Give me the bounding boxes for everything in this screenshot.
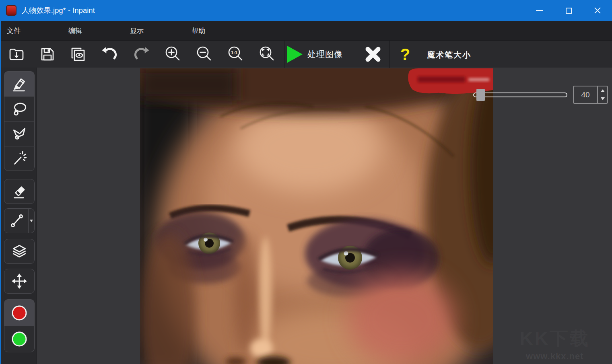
save-floppy-icon <box>39 45 56 63</box>
undo-arrow-icon <box>100 45 119 63</box>
site-watermark-brand: KK下载 <box>520 326 590 351</box>
minimize-button[interactable] <box>525 0 554 21</box>
tool-red-mask[interactable] <box>4 299 35 326</box>
zoom-fit-button[interactable] <box>257 44 277 64</box>
portrait-photo <box>140 68 493 364</box>
magic-pen-size-input[interactable]: 40 <box>573 86 598 104</box>
green-play-icon <box>287 46 303 63</box>
magic-pen-size-label: 魔术笔大小 <box>427 49 471 60</box>
menu-edit[interactable]: 编辑 <box>64 22 87 39</box>
green-circle-icon <box>10 330 28 348</box>
menu-file[interactable]: 文件 <box>2 22 25 39</box>
marker-pen-icon <box>11 76 28 93</box>
tool-eraser[interactable] <box>4 179 35 204</box>
tool-polygon-lasso[interactable] <box>4 121 35 146</box>
menubar: 文件 编辑 显示 帮助 <box>0 21 612 40</box>
open-button[interactable] <box>6 44 27 64</box>
menu-help[interactable]: 帮助 <box>187 22 210 39</box>
magnifier-fit-icon <box>258 45 276 64</box>
yellow-question-icon: ? <box>400 46 410 62</box>
redo-button[interactable] <box>132 44 152 64</box>
layers-icon <box>11 243 28 260</box>
zoom-in-button[interactable] <box>163 44 183 64</box>
preview-compare-button[interactable] <box>68 44 88 64</box>
canvas-image[interactable] <box>140 68 493 364</box>
workspace: KK下载 www.kkx.net <box>37 68 612 364</box>
spinner <box>598 86 608 104</box>
menu-view[interactable]: 显示 <box>125 22 148 39</box>
polygon-lasso-icon <box>11 125 28 142</box>
titlebar: 人物效果.jpg* - Inpaint <box>0 0 612 21</box>
spin-down-icon <box>601 97 605 100</box>
app-icon <box>6 5 16 16</box>
zoom-out-button[interactable] <box>194 44 214 64</box>
tool-sidebar <box>0 68 37 364</box>
magnifier-minus-icon <box>195 45 214 64</box>
spin-up-icon <box>601 89 605 92</box>
slider-thumb[interactable] <box>476 89 485 101</box>
maximize-icon <box>566 8 572 14</box>
redo-arrow-icon <box>132 45 151 63</box>
eraser-icon <box>11 183 28 200</box>
site-watermark-url: www.kkx.net <box>520 351 590 362</box>
cancel-button[interactable] <box>363 44 383 64</box>
maximize-button[interactable] <box>554 0 583 21</box>
magnifier-plus-icon <box>164 45 182 64</box>
window-controls <box>525 0 612 21</box>
tool-move[interactable] <box>4 269 35 294</box>
chevron-down-icon <box>30 220 33 222</box>
tool-magic-wand[interactable] <box>4 146 35 171</box>
magic-wand-icon <box>11 150 28 167</box>
red-circle-icon <box>10 304 28 322</box>
tool-lasso[interactable] <box>4 96 35 121</box>
close-icon <box>594 7 601 14</box>
magnifier-1-1-icon: 1:1 <box>227 45 245 64</box>
svg-text:1:1: 1:1 <box>231 50 237 55</box>
spin-down-button[interactable] <box>598 95 607 103</box>
line-tool-dropdown[interactable] <box>28 209 34 233</box>
compare-eye-icon <box>69 45 87 63</box>
magic-pen-size-slider[interactable] <box>473 93 567 97</box>
window-left-border <box>0 0 1 364</box>
site-watermark: KK下载 www.kkx.net <box>520 326 590 362</box>
window-title: 人物效果.jpg* - Inpaint <box>22 6 95 15</box>
zoom-actual-button[interactable]: 1:1 <box>226 44 246 64</box>
spin-up-button[interactable] <box>598 86 607 95</box>
lasso-icon <box>11 101 28 117</box>
process-image-button[interactable]: 处理图像 <box>287 43 343 66</box>
tool-line[interactable] <box>4 208 35 233</box>
save-button[interactable] <box>37 44 58 64</box>
toolbar-separator <box>284 41 284 68</box>
toolbar-separator <box>389 41 390 68</box>
toolbar-separator <box>419 41 419 68</box>
move-arrows-icon <box>11 273 28 290</box>
inpaint-window: 人物效果.jpg* - Inpaint 文件 编辑 显示 帮助 <box>0 0 612 364</box>
line-tool-icon <box>8 212 25 229</box>
toolbar: 1:1 处理图像 ? <box>0 40 612 68</box>
tool-marker-pen[interactable] <box>4 71 35 96</box>
tool-green-mask[interactable] <box>4 326 35 352</box>
minimize-icon <box>536 10 543 11</box>
white-x-icon <box>364 45 382 64</box>
folder-open-icon <box>8 45 25 63</box>
undo-button[interactable] <box>99 44 120 64</box>
close-button[interactable] <box>583 0 612 21</box>
toolbar-separator <box>357 41 357 68</box>
process-image-label: 处理图像 <box>307 49 343 60</box>
help-button[interactable]: ? <box>395 44 415 64</box>
tool-layers[interactable] <box>4 239 35 264</box>
